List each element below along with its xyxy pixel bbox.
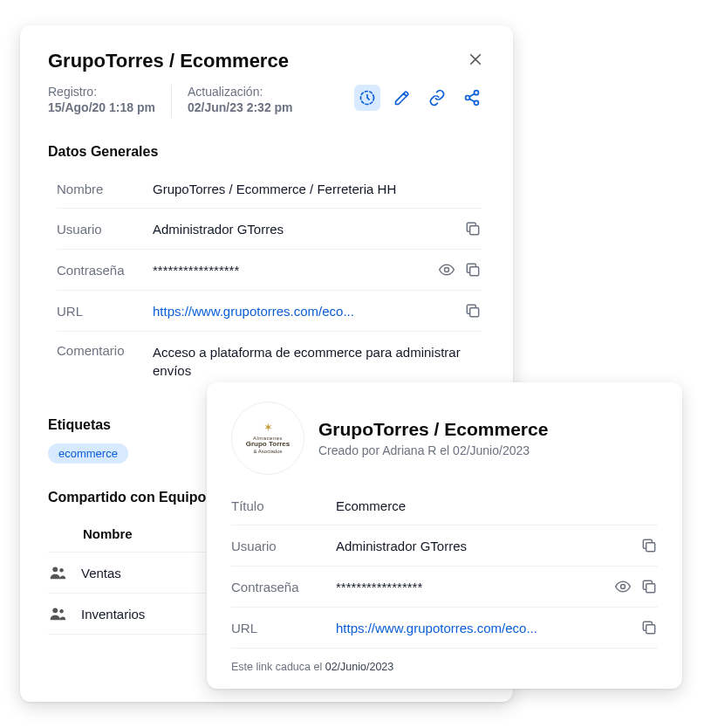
url-value[interactable]: https://www.grupotorres.com/eco... [153, 304, 464, 319]
nombre-label: Nombre [57, 182, 153, 196]
copy-icon[interactable] [464, 261, 482, 278]
row-usuario: Usuario Administrador GTorres [57, 209, 482, 250]
history-button[interactable] [354, 85, 380, 111]
registro-label: Registro: [48, 85, 155, 99]
link-button[interactable] [424, 85, 450, 111]
titulo-value: Ecommerce [336, 498, 658, 513]
row-contrasena: Contraseña ***************** [231, 567, 658, 608]
nombre-value: GrupoTorres / Ecommerce / Ferreteria HH [153, 182, 482, 196]
svg-line-6 [469, 93, 475, 96]
contrasena-label: Contraseña [57, 263, 153, 278]
meta-registro: Registro: 15/Ago/20 1:18 pm [48, 85, 155, 114]
contrasena-value: ***************** [336, 580, 614, 594]
pencil-icon [393, 89, 411, 106]
overlay-subtitle: Creado por Adriana R el 02/Junio/2023 [318, 443, 548, 457]
share-icon [463, 89, 481, 106]
close-icon [468, 52, 483, 67]
svg-point-12 [52, 567, 58, 572]
row-url: URL https://www.grupotorres.com/eco... [231, 608, 658, 649]
usuario-value: Administrador GTorres [336, 539, 640, 553]
svg-rect-16 [646, 543, 655, 552]
svg-rect-19 [646, 625, 655, 634]
url-label: URL [57, 304, 153, 319]
svg-point-17 [621, 585, 626, 589]
people-icon [48, 563, 67, 582]
svg-rect-18 [646, 584, 655, 593]
svg-rect-8 [470, 226, 479, 235]
expiry-note: Este link caduca el 02/Junio/2023 [231, 661, 658, 673]
copy-icon[interactable] [464, 220, 482, 237]
general-fields: Nombre GrupoTorres / Ecommerce / Ferrete… [48, 170, 485, 391]
titulo-label: Título [231, 498, 336, 513]
close-button[interactable] [466, 50, 485, 69]
url-label: URL [231, 621, 336, 635]
overlay-title: GrupoTorres / Ecommerce [318, 419, 548, 440]
row-titulo: Título Ecommerce [231, 487, 658, 525]
row-url: URL https://www.grupotorres.com/eco... [57, 291, 482, 332]
tag-ecommerce[interactable]: ecommerce [48, 443, 128, 464]
team-name: Inventarios [81, 607, 145, 622]
meta-row: Registro: 15/Ago/20 1:18 pm Actualizació… [48, 85, 485, 118]
usuario-value: Administrador GTorres [153, 222, 464, 237]
svg-point-13 [59, 568, 63, 572]
usuario-label: Usuario [231, 539, 336, 553]
edit-button[interactable] [389, 85, 415, 111]
svg-line-7 [469, 99, 475, 101]
team-icon [48, 604, 69, 623]
logo-line2: Grupo Torres [246, 441, 291, 449]
copy-icon[interactable] [640, 619, 658, 636]
team-name: Ventas [81, 566, 121, 580]
svg-rect-11 [470, 308, 479, 317]
registro-value: 15/Ago/20 1:18 pm [48, 100, 155, 114]
usuario-label: Usuario [57, 222, 153, 237]
expiry-prefix: Este link caduca el [231, 661, 325, 673]
link-icon [428, 89, 446, 106]
row-contrasena: Contraseña ***************** [57, 250, 482, 291]
share-button[interactable] [459, 85, 485, 111]
action-toolbar [354, 85, 485, 111]
team-icon [48, 563, 69, 582]
overlay-fields: Título Ecommerce Usuario Administrador G… [231, 487, 658, 649]
actualizacion-label: Actualización: [188, 85, 293, 99]
eye-icon[interactable] [614, 578, 632, 595]
overlay-title-block: GrupoTorres / Ecommerce Creado por Adria… [318, 419, 548, 457]
svg-rect-10 [470, 267, 479, 276]
svg-point-14 [52, 608, 58, 613]
share-link-panel: ✶ Almacenes Grupo Torres & Asociados Gru… [207, 382, 682, 689]
contrasena-label: Contraseña [231, 580, 336, 594]
row-usuario: Usuario Administrador GTorres [231, 525, 658, 567]
copy-icon[interactable] [640, 537, 658, 554]
meta-actualizacion: Actualización: 02/Jun/23 2:32 pm [188, 85, 293, 114]
copy-icon[interactable] [464, 302, 482, 319]
contrasena-value: ***************** [153, 263, 438, 278]
teams-header-nombre: Nombre [48, 526, 133, 541]
logo-line3: & Asociados [253, 449, 282, 455]
header-row: GrupoTorres / Ecommerce [48, 50, 485, 72]
svg-point-15 [59, 609, 63, 613]
expiry-date: 02/Junio/2023 [325, 661, 394, 673]
logo-glyph: ✶ [263, 422, 273, 434]
copy-icon[interactable] [640, 578, 658, 595]
actualizacion-value: 02/Jun/23 2:32 pm [188, 100, 293, 114]
overlay-header: ✶ Almacenes Grupo Torres & Asociados Gru… [231, 402, 658, 475]
org-logo: ✶ Almacenes Grupo Torres & Asociados [231, 402, 304, 475]
section-general-title: Datos Generales [48, 144, 485, 160]
row-nombre: Nombre GrupoTorres / Ecommerce / Ferrete… [57, 170, 482, 209]
record-title: GrupoTorres / Ecommerce [48, 50, 289, 72]
svg-point-9 [445, 268, 449, 272]
eye-icon[interactable] [438, 261, 455, 278]
comentario-label: Comentario [57, 343, 153, 358]
comentario-value: Acceso a plataforma de ecommerce para ad… [153, 343, 482, 380]
url-value[interactable]: https://www.grupotorres.com/eco... [336, 621, 640, 635]
meta-divider [171, 85, 172, 118]
people-icon [48, 604, 67, 623]
history-icon [359, 89, 376, 106]
